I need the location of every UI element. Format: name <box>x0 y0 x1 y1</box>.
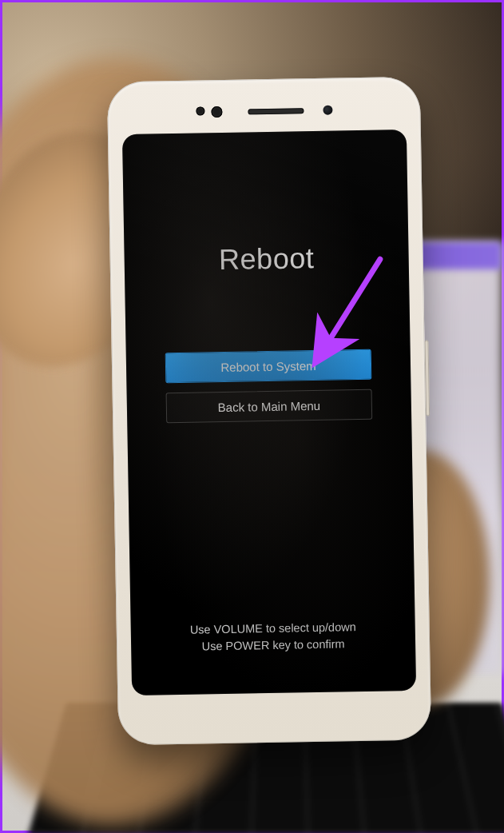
recovery-screen: Reboot Reboot to System Back to Main Men… <box>122 130 416 695</box>
menu-item-back-to-main-menu[interactable]: Back to Main Menu <box>166 389 373 423</box>
front-camera-icon <box>323 106 332 115</box>
earpiece-icon <box>248 108 304 114</box>
screenshot-frame: Reboot Reboot to System Back to Main Men… <box>0 0 504 833</box>
ambient-sensor-icon <box>211 106 222 118</box>
phone-body: Reboot Reboot to System Back to Main Men… <box>107 77 431 746</box>
phone-top-sensor-bar <box>107 98 420 126</box>
phone-screen: Reboot Reboot to System Back to Main Men… <box>122 130 416 695</box>
menu-item-reboot-to-system[interactable]: Reboot to System <box>165 349 372 383</box>
recovery-menu: Reboot to System Back to Main Menu <box>165 349 372 423</box>
page-title: Reboot <box>124 240 409 278</box>
recovery-hint: Use VOLUME to select up/down Use POWER k… <box>131 617 416 657</box>
proximity-sensor-icon <box>196 106 204 115</box>
